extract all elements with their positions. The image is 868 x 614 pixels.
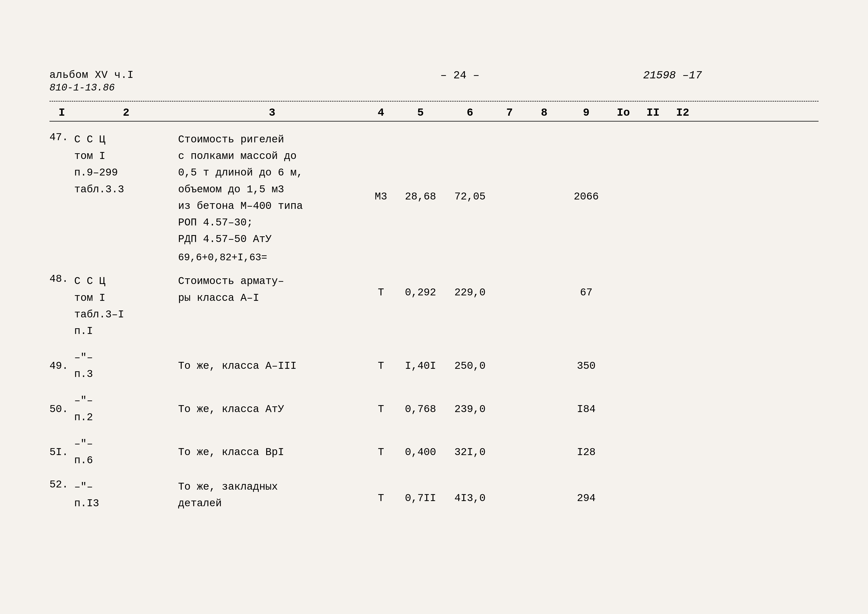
- row-50-source: –"– п.2: [74, 392, 178, 426]
- col-header-1: I: [50, 107, 74, 119]
- row-47-unit: М3: [366, 191, 396, 203]
- col-header-7: 7: [495, 107, 524, 119]
- doc-number: 21598 –17: [643, 69, 702, 82]
- row-50-col6: 239,0: [445, 403, 495, 415]
- col-header-11: II: [638, 107, 668, 119]
- row-48-num: 48.: [50, 273, 74, 285]
- row-51-source: –"– п.6: [74, 436, 178, 469]
- col-header-8: 8: [524, 107, 564, 119]
- row-49-col9: 350: [564, 360, 608, 372]
- row-51-col6: 32I,0: [445, 447, 495, 458]
- row-48-unit: Т: [366, 287, 396, 299]
- row-50-num: 50.: [50, 403, 74, 415]
- table-row: 5I. –"– п.6 То же, класса BpI Т 0,400 32…: [50, 433, 818, 471]
- row-50-col5: 0,768: [396, 403, 445, 415]
- column-headers: I 2 3 4 5 6 7 8 9 Io II I2: [50, 107, 818, 122]
- row-52-col6: 4I3,0: [445, 492, 495, 504]
- row-51-col9: I28: [564, 447, 608, 458]
- row-49-num: 49.: [50, 360, 74, 372]
- col-header-5: 5: [396, 107, 445, 119]
- row-51-desc: То же, класса BpI: [178, 447, 366, 458]
- row-52-source: –"– п.I3: [74, 479, 178, 512]
- header: альбом XV ч.I 810-1-13.86 – 24 – 21598 –…: [50, 69, 818, 96]
- table-row: 52. –"– п.I3 То же, закладных деталей Т …: [50, 476, 818, 515]
- table-row: 49. –"– п.3 То же, класса А–III Т I,40I …: [50, 347, 818, 385]
- row-52-col9: 294: [564, 492, 608, 504]
- table-body: 47. С С Ц том I п.9–299 табл.3.3 Стоимос…: [50, 129, 818, 515]
- row-48-col5: 0,292: [396, 287, 445, 299]
- row-51-num: 5I.: [50, 447, 74, 458]
- row-47-col5: 28,68: [396, 191, 445, 203]
- col-header-2: 2: [74, 107, 178, 119]
- row-49-unit: Т: [366, 360, 396, 372]
- row-51-col5: 0,400: [396, 447, 445, 458]
- row-49-source: –"– п.3: [74, 349, 178, 383]
- row-50-unit: Т: [366, 403, 396, 415]
- row-47-desc: Стоимость ригелей с полками массой до 0,…: [178, 132, 366, 248]
- row-47-num: 47.: [50, 132, 74, 143]
- row-48-col9: 67: [564, 287, 608, 299]
- row-50-desc: То же, класса АтУ: [178, 403, 366, 415]
- col-header-3: 3: [178, 107, 366, 119]
- col-header-10: Io: [608, 107, 638, 119]
- row-52-desc: То же, закладных деталей: [178, 479, 366, 512]
- row-48-source: С С Ц том I табл.3–I п.I: [74, 273, 178, 340]
- col-header-4: 4: [366, 107, 396, 119]
- page-number: – 24 –: [440, 69, 479, 82]
- row-47-subtext: 69,6+0,82+I,63=: [178, 252, 818, 263]
- row-47-source: С С Ц том I п.9–299 табл.3.3: [74, 132, 178, 198]
- col-header-9: 9: [564, 107, 608, 119]
- table-row: 47. С С Ц том I п.9–299 табл.3.3 Стоимос…: [50, 129, 818, 263]
- row-47-col6: 72,05: [445, 191, 495, 203]
- row-47-col9: 2066: [564, 191, 608, 203]
- content-area: альбом XV ч.I 810-1-13.86 – 24 – 21598 –…: [50, 69, 818, 515]
- col-header-6: 6: [445, 107, 495, 119]
- header-divider: [50, 101, 818, 102]
- album-subtitle: 810-1-13.86: [50, 82, 134, 93]
- row-48-col6: 229,0: [445, 287, 495, 299]
- row-52-num: 52.: [50, 479, 74, 491]
- row-52-unit: Т: [366, 492, 396, 504]
- row-52-col5: 0,7II: [396, 492, 445, 504]
- row-49-col6: 250,0: [445, 360, 495, 372]
- row-49-col5: I,40I: [396, 360, 445, 372]
- album-title: альбом XV ч.I: [50, 69, 134, 81]
- page: альбом XV ч.I 810-1-13.86 – 24 – 21598 –…: [0, 0, 868, 614]
- row-49-desc: То же, класса А–III: [178, 360, 366, 372]
- table-row: 48. С С Ц том I табл.3–I п.I Стоимость а…: [50, 271, 818, 342]
- row-48-desc: Стоимость армату– ры класса А–I: [178, 273, 366, 306]
- table-row: 50. –"– п.2 То же, класса АтУ Т 0,768 23…: [50, 390, 818, 428]
- col-header-12: I2: [668, 107, 698, 119]
- row-51-unit: Т: [366, 447, 396, 458]
- row-50-col9: I84: [564, 403, 608, 415]
